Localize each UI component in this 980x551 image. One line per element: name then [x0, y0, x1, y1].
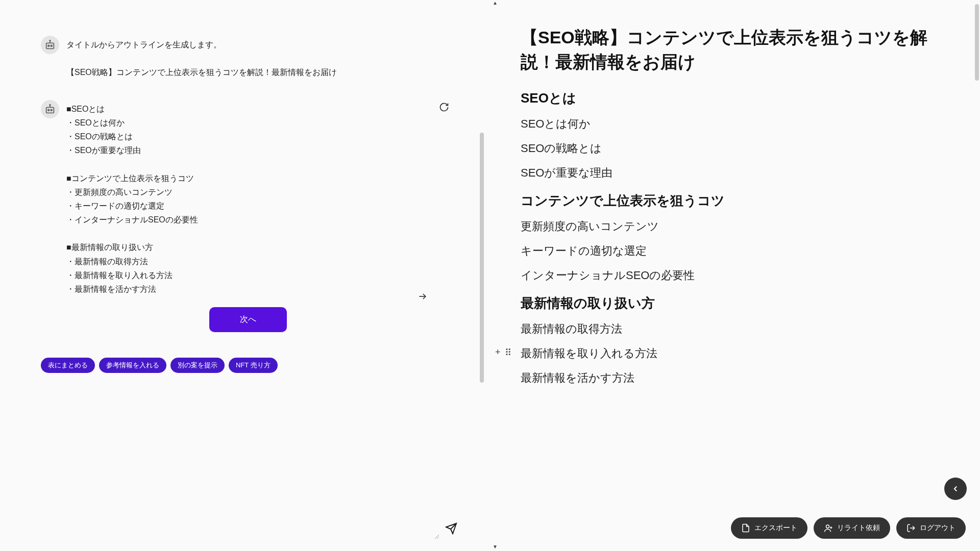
rewrite-button[interactable]: リライト依頼 [814, 517, 890, 539]
bot-avatar [41, 36, 59, 54]
svg-point-6 [48, 109, 50, 111]
heading-h3[interactable]: インターナショナルSEOの必要性 [521, 268, 944, 283]
user-icon [824, 523, 833, 533]
heading-h2[interactable]: SEOとは [521, 89, 944, 107]
svg-point-1 [48, 45, 50, 46]
svg-rect-0 [46, 43, 54, 48]
chat-scrollbar[interactable] [480, 133, 484, 383]
suggestion-chips: 表にまとめる参考情報を入れる別の案を提示NFT 売り方 [41, 358, 470, 373]
message-line: ・キーワードの適切な選定 [66, 199, 470, 213]
svg-rect-5 [46, 107, 54, 113]
logout-label: ログアウト [920, 523, 955, 533]
svg-line-12 [437, 537, 439, 539]
message-line: ■コンテンツで上位表示を狙うコツ [66, 171, 470, 185]
message-line: ・インターナショナルSEOの必要性 [66, 213, 470, 227]
resize-handle [434, 534, 439, 539]
collapse-fab[interactable] [944, 478, 967, 500]
heading-h3[interactable]: SEOとは何か [521, 116, 944, 132]
svg-point-7 [51, 109, 52, 111]
chat-input-area[interactable] [41, 510, 470, 546]
add-heading-icon[interactable]: + [495, 347, 501, 358]
message-line: ・最新情報を取り入れる方法 [66, 268, 470, 282]
message-line [66, 52, 470, 65]
suggestion-chip[interactable]: 表にまとめる [41, 358, 95, 373]
message-line: ・SEOの戦略とは [66, 130, 470, 143]
heading-h3[interactable]: SEOが重要な理由 [521, 165, 944, 181]
heading-h3[interactable]: 最新情報の取得方法 [521, 321, 944, 337]
logout-button[interactable]: ログアウト [896, 517, 966, 539]
chat-message: タイトルからアウトラインを生成します。 【SEO戦略】コンテンツで上位表示を狙う… [41, 36, 470, 80]
message-line [66, 227, 470, 240]
document-outline: SEOとはSEOとは何かSEOの戦略とはSEOが重要な理由コンテンツで上位表示を… [521, 89, 944, 386]
logout-icon [906, 523, 916, 533]
message-line: ・最新情報を活かす方法 [66, 282, 470, 296]
message-line: ・最新情報の取得方法 [66, 255, 470, 268]
chat-messages: タイトルからアウトラインを生成します。 【SEO戦略】コンテンツで上位表示を狙う… [41, 5, 470, 510]
send-button[interactable] [445, 522, 457, 537]
message-content: タイトルからアウトラインを生成します。 【SEO戦略】コンテンツで上位表示を狙う… [66, 36, 470, 80]
document-icon [741, 523, 750, 533]
heading-h3[interactable]: +⠿最新情報を取り入れる方法 [495, 346, 944, 361]
message-line: ・更新頻度の高いコンテンツ [66, 185, 470, 199]
heading-h3[interactable]: SEOの戦略とは [521, 141, 944, 156]
export-button[interactable]: エクスポート [731, 517, 807, 539]
chat-panel: タイトルからアウトラインを生成します。 【SEO戦略】コンテンツで上位表示を狙う… [0, 0, 490, 551]
heading-h2[interactable]: 最新情報の取り扱い方 [521, 294, 944, 312]
refresh-icon[interactable] [439, 102, 449, 114]
document-title[interactable]: 【SEO戦略】コンテンツで上位表示を狙うコツを解説！最新情報をお届け [521, 26, 944, 74]
message-line: ■SEOとは [66, 102, 470, 116]
message-line: タイトルからアウトラインを生成します。 [66, 38, 470, 52]
chat-message: ■SEOとは・SEOとは何か・SEOの戦略とは・SEOが重要な理由 ■コンテンツ… [41, 100, 470, 333]
drag-handle-icon[interactable]: ⠿ [505, 347, 510, 358]
svg-point-13 [826, 525, 829, 528]
message-line [66, 157, 470, 171]
message-line: 【SEO戦略】コンテンツで上位表示を狙うコツを解説！最新情報をお届け [66, 65, 470, 79]
suggestion-chip[interactable]: 参考情報を入れる [99, 358, 166, 373]
suggestion-chip[interactable]: 別の案を提示 [170, 358, 225, 373]
message-line: ・SEOとは何か [66, 116, 470, 130]
heading-h3[interactable]: 更新頻度の高いコンテンツ [521, 219, 944, 234]
next-button[interactable]: 次へ [209, 307, 287, 332]
message-content: ■SEOとは・SEOとは何か・SEOの戦略とは・SEOが重要な理由 ■コンテンツ… [66, 100, 470, 333]
message-line: ■最新情報の取り扱い方 [66, 240, 470, 254]
heading-text[interactable]: 最新情報を取り入れる方法 [521, 347, 657, 360]
svg-point-9 [50, 104, 51, 105]
suggestion-chip[interactable]: NFT 売り方 [229, 358, 278, 373]
document-panel: 【SEO戦略】コンテンツで上位表示を狙うコツを解説！最新情報をお届け SEOとは… [490, 0, 980, 551]
message-line: ・SEOが重要な理由 [66, 143, 470, 157]
forward-icon[interactable] [418, 291, 428, 304]
export-label: エクスポート [754, 523, 797, 533]
svg-point-4 [50, 40, 51, 41]
rewrite-label: リライト依頼 [837, 523, 880, 533]
bot-avatar [41, 100, 59, 118]
heading-h2[interactable]: コンテンツで上位表示を狙うコツ [521, 192, 944, 210]
heading-h3[interactable]: 最新情報を活かす方法 [521, 370, 944, 386]
heading-hover-controls: +⠿ [495, 347, 510, 358]
svg-line-11 [435, 535, 439, 539]
heading-h3[interactable]: キーワードの適切な選定 [521, 243, 944, 259]
doc-scrollbar[interactable] [975, 4, 979, 81]
svg-point-2 [51, 45, 52, 46]
bottom-action-bar: エクスポート リライト依頼 ログアウト [731, 517, 966, 539]
